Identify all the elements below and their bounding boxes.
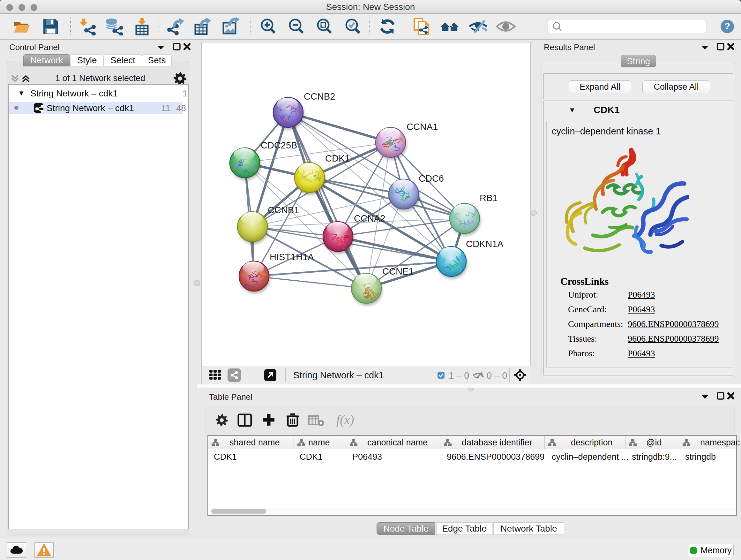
- svg-text:CCNB1: CCNB1: [268, 205, 299, 215]
- svg-text:CDC25B: CDC25B: [261, 140, 297, 150]
- svg-text:CDK1: CDK1: [325, 153, 350, 164]
- svg-text:CCNE1: CCNE1: [382, 266, 414, 276]
- svg-text:CCNA1: CCNA1: [407, 122, 438, 132]
- svg-text:CCNB2: CCNB2: [304, 91, 335, 102]
- svg-text:CDC6: CDC6: [419, 173, 444, 184]
- svg-text:CDKN1A: CDKN1A: [466, 239, 503, 249]
- svg-text:?: ?: [724, 21, 730, 31]
- svg-text:CCNA2: CCNA2: [354, 213, 385, 224]
- svg-text:RB1: RB1: [480, 193, 497, 203]
- svg-text:HIST1H1A: HIST1H1A: [270, 252, 314, 262]
